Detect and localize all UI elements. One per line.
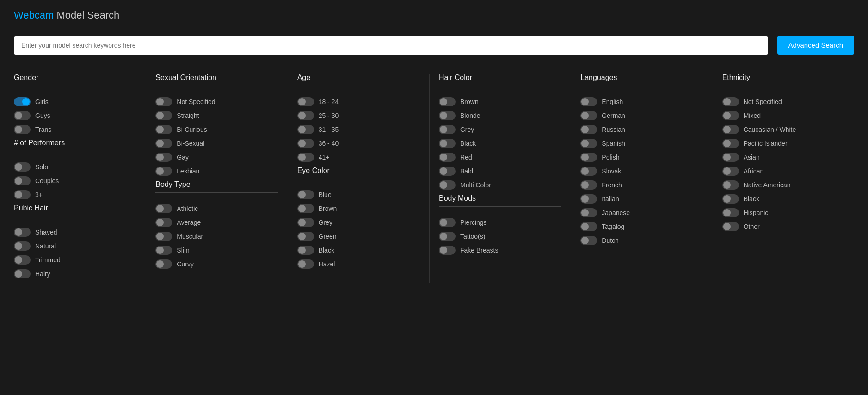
toggle-switch[interactable]	[14, 228, 31, 237]
toggle-switch[interactable]	[297, 97, 314, 106]
filter-item[interactable]: Dutch	[580, 236, 703, 245]
filter-item[interactable]: Multi Color	[439, 180, 561, 190]
toggle-switch[interactable]	[722, 153, 739, 162]
filter-item[interactable]: Slim	[155, 246, 278, 255]
filter-item[interactable]: Asian	[722, 153, 845, 162]
toggle-switch[interactable]	[297, 153, 314, 162]
toggle-switch[interactable]	[439, 139, 456, 148]
toggle-switch[interactable]	[580, 111, 597, 120]
filter-item[interactable]: Curvy	[155, 259, 278, 269]
filter-item[interactable]: German	[580, 111, 703, 120]
advanced-search-button[interactable]: Advanced Search	[777, 36, 854, 55]
toggle-switch[interactable]	[297, 218, 314, 227]
toggle-switch[interactable]	[155, 111, 172, 120]
toggle-switch[interactable]	[155, 167, 172, 176]
filter-item[interactable]: Piercings	[439, 218, 561, 227]
filter-item[interactable]: Natural	[14, 241, 136, 251]
search-input[interactable]	[14, 36, 768, 55]
filter-item[interactable]: Not Specified	[155, 97, 278, 106]
toggle-switch[interactable]	[297, 259, 314, 269]
toggle-switch[interactable]	[14, 111, 31, 120]
toggle-switch[interactable]	[297, 125, 314, 134]
toggle-switch[interactable]	[580, 167, 597, 176]
toggle-switch[interactable]	[580, 180, 597, 190]
filter-item[interactable]: Straight	[155, 111, 278, 120]
toggle-switch[interactable]	[722, 167, 739, 176]
toggle-switch[interactable]	[155, 218, 172, 227]
filter-item[interactable]: Shaved	[14, 228, 136, 237]
toggle-switch[interactable]	[297, 232, 314, 241]
toggle-switch[interactable]	[297, 111, 314, 120]
filter-item[interactable]: Trans	[14, 125, 136, 134]
filter-item[interactable]: Japanese	[580, 208, 703, 217]
toggle-switch[interactable]	[297, 190, 314, 199]
toggle-switch[interactable]	[155, 153, 172, 162]
toggle-switch[interactable]	[155, 139, 172, 148]
toggle-switch[interactable]	[14, 269, 31, 278]
filter-item[interactable]: Brown	[439, 97, 561, 106]
filter-item[interactable]: Slovak	[580, 167, 703, 176]
filter-item[interactable]: Hispanic	[722, 208, 845, 217]
toggle-switch[interactable]	[580, 125, 597, 134]
toggle-switch[interactable]	[722, 111, 739, 120]
toggle-switch[interactable]	[722, 194, 739, 204]
filter-item[interactable]: Pacific Islander	[722, 139, 845, 148]
toggle-switch[interactable]	[155, 259, 172, 269]
toggle-switch[interactable]	[14, 125, 31, 134]
filter-item[interactable]: Fake Breasts	[439, 246, 561, 255]
filter-item[interactable]: Grey	[439, 125, 561, 134]
filter-item[interactable]: Russian	[580, 125, 703, 134]
toggle-switch[interactable]	[580, 194, 597, 204]
filter-item[interactable]: English	[580, 97, 703, 106]
filter-item[interactable]: Not Specified	[722, 97, 845, 106]
toggle-switch[interactable]	[722, 222, 739, 231]
toggle-switch[interactable]	[155, 232, 172, 241]
filter-item[interactable]: 25 - 30	[297, 111, 420, 120]
filter-item[interactable]: Native American	[722, 180, 845, 190]
filter-item[interactable]: Tattoo(s)	[439, 232, 561, 241]
filter-item[interactable]: African	[722, 167, 845, 176]
toggle-switch[interactable]	[439, 125, 456, 134]
filter-item[interactable]: Grey	[297, 218, 420, 227]
filter-item[interactable]: Black	[297, 246, 420, 255]
toggle-switch[interactable]	[155, 97, 172, 106]
toggle-switch[interactable]	[439, 218, 456, 227]
filter-item[interactable]: 31 - 35	[297, 125, 420, 134]
filter-item[interactable]: 41+	[297, 153, 420, 162]
filter-item[interactable]: French	[580, 180, 703, 190]
filter-item[interactable]: Average	[155, 218, 278, 227]
filter-item[interactable]: Caucasian / White	[722, 125, 845, 134]
toggle-switch[interactable]	[439, 97, 456, 106]
toggle-switch[interactable]	[297, 246, 314, 255]
toggle-switch[interactable]	[14, 97, 31, 106]
filter-item[interactable]: Brown	[297, 204, 420, 213]
filter-item[interactable]: 18 - 24	[297, 97, 420, 106]
filter-item[interactable]: 36 - 40	[297, 139, 420, 148]
filter-item[interactable]: Muscular	[155, 232, 278, 241]
filter-item[interactable]: Blonde	[439, 111, 561, 120]
filter-item[interactable]: Couples	[14, 176, 136, 185]
filter-item[interactable]: Trimmed	[14, 255, 136, 265]
toggle-switch[interactable]	[155, 204, 172, 213]
filter-item[interactable]: Guys	[14, 111, 136, 120]
toggle-switch[interactable]	[580, 153, 597, 162]
filter-item[interactable]: Blue	[297, 190, 420, 199]
filter-item[interactable]: Hazel	[297, 259, 420, 269]
toggle-switch[interactable]	[580, 236, 597, 245]
filter-item[interactable]: Bi-Sexual	[155, 139, 278, 148]
filter-item[interactable]: Green	[297, 232, 420, 241]
filter-item[interactable]: 3+	[14, 190, 136, 199]
filter-item[interactable]: Bald	[439, 167, 561, 176]
filter-item[interactable]: Red	[439, 153, 561, 162]
toggle-switch[interactable]	[14, 162, 31, 172]
toggle-switch[interactable]	[722, 139, 739, 148]
filter-item[interactable]: Girls	[14, 97, 136, 106]
toggle-switch[interactable]	[14, 190, 31, 199]
filter-item[interactable]: Mixed	[722, 111, 845, 120]
toggle-switch[interactable]	[439, 180, 456, 190]
filter-item[interactable]: Polish	[580, 153, 703, 162]
toggle-switch[interactable]	[155, 125, 172, 134]
toggle-switch[interactable]	[580, 97, 597, 106]
filter-item[interactable]: Spanish	[580, 139, 703, 148]
toggle-switch[interactable]	[439, 111, 456, 120]
